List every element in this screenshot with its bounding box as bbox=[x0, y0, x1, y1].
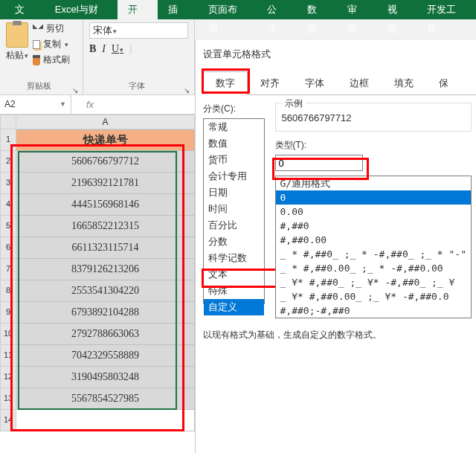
tab-fill[interactable]: 填充 bbox=[382, 71, 426, 94]
format-item[interactable]: 0 bbox=[276, 190, 471, 205]
brush-icon bbox=[33, 55, 40, 65]
menu-review[interactable]: 审阅 bbox=[337, 0, 377, 19]
format-listbox[interactable]: G/通用格式 0 0.00 #,##0 #,##0.00 _ * #,##0_ … bbox=[275, 176, 472, 318]
row-header-12[interactable]: 12 bbox=[0, 367, 16, 388]
title-cell[interactable]: 快递单号 bbox=[16, 129, 195, 151]
copy-icon bbox=[33, 40, 40, 49]
example-label: 示例 bbox=[282, 97, 306, 110]
row-header-4[interactable]: 4 bbox=[0, 194, 16, 216]
ribbon-group-font: 宋体 B I U | 字体 ↘ bbox=[83, 19, 195, 94]
data-cell[interactable]: 3190495803248 bbox=[16, 367, 195, 388]
row-header-8[interactable]: 8 bbox=[0, 280, 16, 302]
data-cell[interactable]: 2792788663063 bbox=[16, 324, 195, 345]
menu-data[interactable]: 数据 bbox=[297, 0, 337, 19]
dialog-title: 设置单元格格式 bbox=[203, 48, 476, 61]
category-item[interactable]: 百分比 bbox=[204, 217, 264, 234]
row-header-13[interactable]: 13 bbox=[0, 388, 16, 410]
category-item[interactable]: 分数 bbox=[204, 234, 264, 250]
data-cell[interactable]: 1665852212315 bbox=[16, 216, 195, 237]
underline-button[interactable]: U bbox=[112, 43, 123, 55]
category-item[interactable]: 科学记数 bbox=[204, 250, 264, 266]
menu-view[interactable]: 视图 bbox=[377, 0, 417, 19]
category-item[interactable]: 会计专用 bbox=[204, 168, 264, 184]
clipboard-dialog-launcher[interactable]: ↘ bbox=[72, 86, 78, 94]
font-name-dropdown[interactable]: 宋体 bbox=[89, 22, 188, 39]
menu-file[interactable]: 文件 bbox=[4, 0, 45, 19]
format-item[interactable]: _ ¥* #,##0.00_ ;_ ¥* -#,##0.0 bbox=[276, 289, 471, 303]
category-item[interactable]: 文本 bbox=[204, 266, 264, 283]
format-painter-button[interactable]: 格式刷 bbox=[33, 54, 70, 66]
bold-button[interactable]: B bbox=[89, 43, 96, 55]
font-dialog-launcher[interactable]: ↘ bbox=[184, 86, 190, 94]
copy-label: 复制 bbox=[43, 38, 61, 51]
menu-dev[interactable]: 开发工具 bbox=[416, 0, 476, 19]
data-cell[interactable]: 2553541304220 bbox=[16, 280, 195, 302]
format-right-column: 示例 5606766797712 类型(T): G/通用格式 0 0.00 #,… bbox=[275, 103, 476, 318]
paste-icon bbox=[6, 22, 28, 48]
fx-icon: fx bbox=[86, 99, 94, 110]
tab-align[interactable]: 对齐 bbox=[248, 71, 292, 94]
menu-formula[interactable]: 公式 bbox=[257, 0, 297, 19]
data-cell[interactable]: 4445156968146 bbox=[16, 194, 195, 216]
category-item[interactable]: 货币 bbox=[204, 152, 264, 168]
category-item[interactable]: 时间 bbox=[204, 201, 264, 217]
row-header-5[interactable]: 5 bbox=[0, 216, 16, 237]
format-item[interactable]: #,##0;-#,##0 bbox=[276, 303, 471, 318]
format-item[interactable]: 0.00 bbox=[276, 205, 471, 219]
category-label: 分类(C): bbox=[203, 103, 265, 115]
menu-page-layout[interactable]: 页面布局 bbox=[198, 0, 257, 19]
row-header-14[interactable]: 14 bbox=[0, 410, 16, 431]
chevron-down-icon: ▼ bbox=[60, 95, 66, 114]
category-listbox[interactable]: 常规 数值 货币 会计专用 日期 时间 百分比 分数 科学记数 文本 特殊 自定… bbox=[203, 118, 265, 304]
name-box[interactable]: A2 ▼ bbox=[0, 95, 71, 114]
format-item[interactable]: #,##0 bbox=[276, 219, 471, 233]
row-header-7[interactable]: 7 bbox=[0, 259, 16, 280]
row-header-9[interactable]: 9 bbox=[0, 302, 16, 324]
data-cell[interactable]: 5567854527985 bbox=[16, 388, 195, 410]
paste-button[interactable]: 粘贴 bbox=[6, 22, 28, 66]
menu-home[interactable]: 开始 bbox=[118, 0, 158, 19]
category-item[interactable]: 特殊 bbox=[204, 283, 264, 299]
format-item[interactable]: _ * #,##0_ ;_ * -#,##0_ ;_ * "-" bbox=[276, 247, 471, 261]
row-header-11[interactable]: 11 bbox=[0, 345, 16, 367]
row-header-1[interactable]: 1 bbox=[0, 129, 16, 151]
data-cell[interactable]: 8379126213206 bbox=[16, 259, 195, 280]
format-item[interactable]: _ ¥* #,##0_ ;_ ¥* -#,##0_ ;_ ¥ bbox=[276, 275, 471, 289]
row-header-6[interactable]: 6 bbox=[0, 237, 16, 259]
format-item[interactable]: #,##0;[红色]-#,##0 bbox=[276, 318, 471, 318]
tab-font[interactable]: 字体 bbox=[292, 71, 337, 94]
tab-number[interactable]: 数字 bbox=[203, 71, 248, 95]
dialog-tabs: 数字 对齐 字体 边框 填充 保 bbox=[203, 71, 476, 95]
data-cell[interactable]: 5606766797712 bbox=[16, 151, 195, 173]
row-header-2[interactable]: 2 bbox=[0, 151, 16, 173]
tab-protect[interactable]: 保 bbox=[426, 71, 461, 94]
data-cell[interactable]: 6793892104288 bbox=[16, 302, 195, 324]
category-item[interactable]: 数值 bbox=[204, 135, 264, 152]
italic-button[interactable]: I bbox=[102, 43, 106, 55]
data-cell[interactable]: 6611323115714 bbox=[16, 237, 195, 259]
select-all-corner[interactable] bbox=[0, 115, 16, 129]
row-header-10[interactable]: 10 bbox=[0, 324, 16, 345]
menu-excel-finance[interactable]: Excel与财务 bbox=[45, 0, 118, 19]
data-cell[interactable]: 7042329558889 bbox=[16, 345, 195, 367]
category-item-custom[interactable]: 自定义 bbox=[204, 299, 264, 315]
data-cell[interactable]: 2196392121781 bbox=[16, 173, 195, 194]
type-label: 类型(T): bbox=[275, 139, 472, 152]
col-header-a[interactable]: A bbox=[16, 115, 195, 129]
menu-insert[interactable]: 插入 bbox=[158, 0, 198, 19]
copy-button[interactable]: 复制 bbox=[33, 38, 70, 51]
empty-cell[interactable] bbox=[16, 410, 195, 431]
category-item[interactable]: 常规 bbox=[204, 119, 264, 135]
tab-border[interactable]: 边框 bbox=[337, 71, 382, 94]
format-item[interactable]: G/通用格式 bbox=[276, 176, 471, 190]
paste-label: 粘贴 bbox=[6, 49, 28, 62]
type-input[interactable] bbox=[275, 155, 363, 171]
row-header-3[interactable]: 3 bbox=[0, 173, 16, 194]
category-item[interactable]: 日期 bbox=[204, 184, 264, 201]
name-box-value: A2 bbox=[4, 95, 16, 114]
cut-button[interactable]: 剪切 bbox=[33, 22, 70, 35]
format-item[interactable]: #,##0.00 bbox=[276, 233, 471, 247]
format-item[interactable]: _ * #,##0.00_ ;_ * -#,##0.00 bbox=[276, 261, 471, 275]
menu-bar: 文件 Excel与财务 开始 插入 页面布局 公式 数据 审阅 视图 开发工具 bbox=[0, 0, 476, 19]
clipboard-group-label: 剪贴板 bbox=[6, 79, 72, 94]
